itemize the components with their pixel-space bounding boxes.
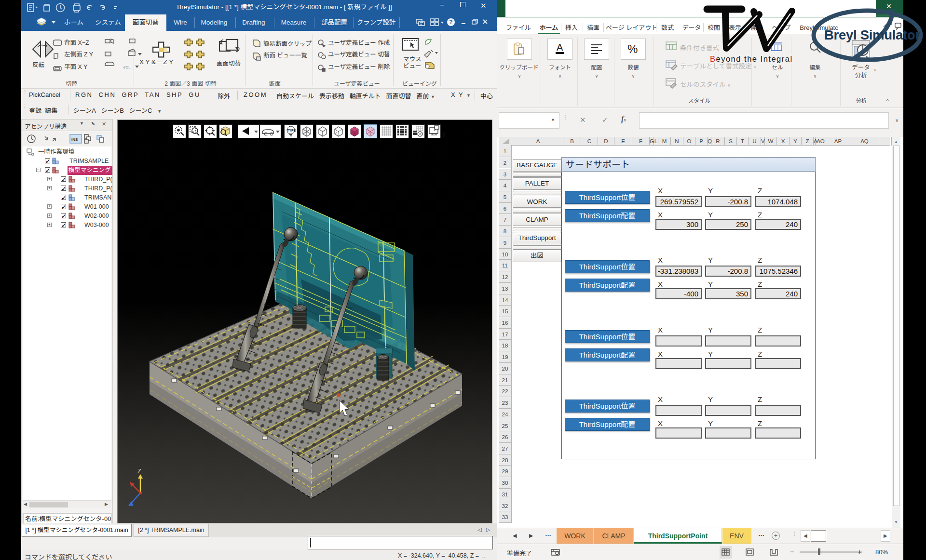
svg-text:Z: Z — [137, 467, 141, 475]
svg-text:?: ? — [449, 19, 452, 26]
svg-text:INS: INS — [71, 137, 78, 142]
svg-text:Breyl Simulator: Breyl Simulator — [824, 27, 920, 42]
svg-text:A: A — [557, 42, 563, 53]
svg-text:%: % — [627, 42, 638, 55]
svg-text:etc..: etc.. — [123, 65, 131, 69]
svg-text:Beyond the Integral: Beyond the Integral — [710, 54, 793, 63]
svg-text:TYPE: TYPE — [287, 129, 296, 132]
